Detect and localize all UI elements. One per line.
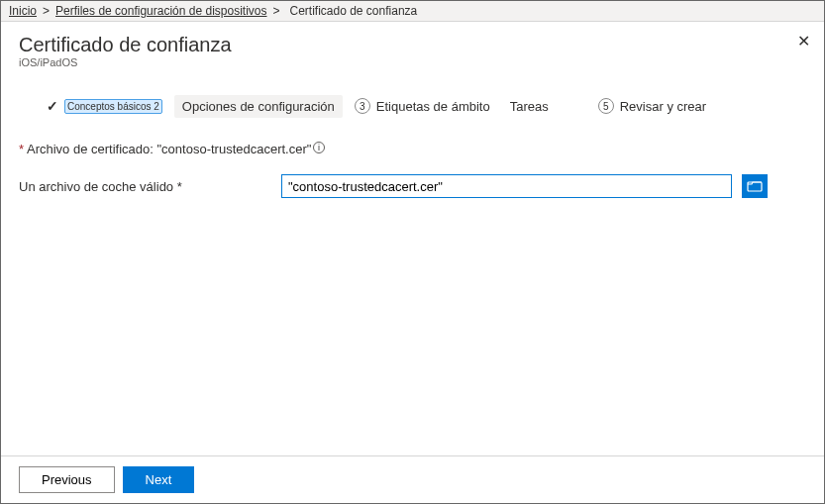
wizard-step-scope-tags[interactable]: 3 Etiquetas de ámbito <box>347 94 498 118</box>
previous-button[interactable]: Previous <box>19 466 115 493</box>
wizard-step-tasks[interactable]: Tareas <box>502 95 557 118</box>
wizard-step-number: 3 <box>355 98 370 114</box>
certificate-file-label-row: * Archivo de certificado: "contoso-trust… <box>19 142 806 156</box>
breadcrumb-current: Certificado de confianza <box>286 4 418 18</box>
browse-file-button[interactable] <box>742 174 768 198</box>
folder-icon <box>747 180 763 192</box>
wizard-steps: Conceptos básicos 2 Opciones de configur… <box>39 94 806 118</box>
required-asterisk: * <box>19 142 27 156</box>
wizard-step-review[interactable]: 5 Revisar y crear <box>590 94 714 118</box>
certificate-file-name: "contoso-trustedcacert.cer" <box>156 142 311 156</box>
wizard-step-basics[interactable]: Conceptos básicos 2 <box>39 94 170 118</box>
close-icon: ✕ <box>797 33 810 50</box>
page-subtitle: iOS/iPadOS <box>19 56 806 68</box>
next-button[interactable]: Next <box>123 466 195 493</box>
wizard-step-number: 5 <box>598 98 614 114</box>
svg-rect-0 <box>748 182 762 191</box>
certificate-file-field-row: Un archivo de coche válido * <box>19 174 806 198</box>
footer: Previous Next <box>1 455 824 503</box>
wizard-step-label: Opciones de configuración <box>182 99 335 114</box>
wizard-step-label: Tareas <box>510 99 549 114</box>
form-area: * Archivo de certificado: "contoso-trust… <box>19 142 806 198</box>
certificate-file-input[interactable] <box>281 174 732 198</box>
wizard-step-label: Etiquetas de ámbito <box>376 99 490 114</box>
wizard-step-config[interactable]: Opciones de configuración <box>174 95 343 118</box>
info-icon[interactable]: i <box>313 142 325 153</box>
breadcrumb-separator: > <box>272 4 279 18</box>
page-title: Certificado de confianza <box>19 34 806 56</box>
certificate-file-label: Archivo de certificado: <box>27 142 157 156</box>
wizard-step-label: Conceptos básicos 2 <box>64 99 162 114</box>
main-panel: ✕ Certificado de confianza iOS/iPadOS Co… <box>1 22 824 206</box>
field-label-valid-file: Un archivo de coche válido * <box>19 179 271 194</box>
breadcrumb-separator: > <box>43 4 50 18</box>
close-button[interactable]: ✕ <box>797 32 810 50</box>
breadcrumb: Inicio > Perfiles de configuración de di… <box>1 1 824 22</box>
checkmark-icon <box>47 98 58 114</box>
breadcrumb-item-profiles[interactable]: Perfiles de configuración de dispositivo… <box>55 4 266 18</box>
wizard-step-label: Revisar y crear <box>620 99 706 114</box>
breadcrumb-item-home[interactable]: Inicio <box>9 4 37 18</box>
